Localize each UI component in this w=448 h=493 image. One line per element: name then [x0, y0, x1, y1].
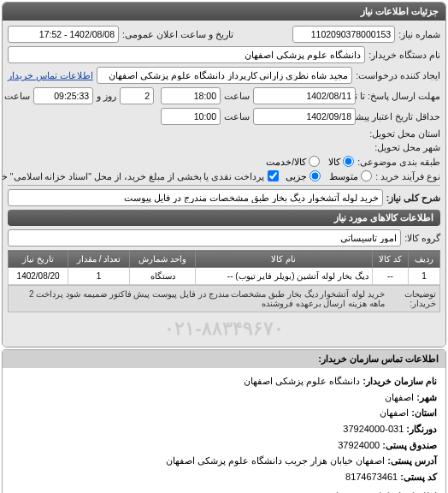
- radio-goods-input[interactable]: [343, 156, 354, 167]
- label-days-and: روز و: [97, 91, 116, 101]
- th-idx: ردیف: [409, 251, 440, 268]
- radio-minor-input[interactable]: [309, 170, 321, 181]
- city-label: استان:: [411, 407, 437, 418]
- cell-unit: دستگاه: [130, 268, 196, 285]
- label-announce-date: تاریخ و ساعت اعلان عمومی:: [122, 29, 233, 39]
- th-name: نام کالا: [196, 251, 373, 268]
- announce-date-input[interactable]: [8, 26, 119, 43]
- cell-name: دیگ بخار لوله آتشین (بویلر فایر تیوب) --: [196, 268, 373, 285]
- radio-goods-label: کالا: [328, 157, 340, 167]
- goods-info-title: اطلاعات کالاهای مورد نیاز: [8, 210, 440, 226]
- days-remain-input[interactable]: [120, 87, 154, 104]
- radio-minor[interactable]: جزیی: [286, 170, 321, 181]
- buyer-desc-row: توضیحات خریدار: خرید لوله آتشخوار دیگ بخ…: [8, 285, 440, 312]
- label-buyer-name: نام دستگاه خریدار:: [368, 50, 440, 60]
- time-remain-input[interactable]: [33, 87, 93, 104]
- label-purchase-type: نوع فرآیند خرید :: [375, 171, 440, 181]
- need-number-input[interactable]: [292, 26, 395, 43]
- address-value: اصفهان خیابان هزار جریب دانشگاه علوم پزش…: [166, 455, 385, 466]
- label-province: استان محل تحویل:: [369, 128, 440, 139]
- city-value: اصفهان: [380, 407, 409, 418]
- label-number: شماره نیاز:: [398, 29, 440, 39]
- label-time-2: ساعت: [224, 111, 250, 122]
- contact-header: اطلاعات تماس سازمان خریدار:: [3, 350, 445, 368]
- payment-note-checkbox[interactable]: [268, 170, 279, 181]
- category-radio-group: کالا کالا/خدمت: [266, 156, 354, 167]
- validity-time-input[interactable]: [161, 108, 221, 125]
- label-time-1: ساعت: [224, 91, 250, 101]
- org-value: دانشگاه علوم پزشکی اصفهان: [244, 376, 360, 386]
- deadline-time-input[interactable]: [161, 87, 221, 104]
- goods-table: ردیف کد کالا نام کالا واحد شمارش تعداد /…: [8, 250, 440, 285]
- radio-goods[interactable]: کالا: [328, 156, 354, 167]
- contact-panel: اطلاعات تماس سازمان خریدار: نام سازمان خ…: [2, 349, 446, 493]
- label-requester: ایجاد کننده درخواست:: [356, 70, 440, 80]
- deadline-date-input[interactable]: [253, 87, 356, 104]
- org-label: نام سازمان خریدار:: [363, 376, 437, 386]
- buyer-desc-value: خرید لوله آتشخوار دیگ بخار طبق مشخصات من…: [12, 289, 385, 308]
- cell-qty: 1: [68, 268, 130, 285]
- label-time-remaining: ساعت باقی مانده: [2, 91, 30, 101]
- radio-service[interactable]: کالا/خدمت: [266, 156, 320, 167]
- radio-medium-label: متوسط: [329, 171, 358, 181]
- general-desc-input[interactable]: [8, 189, 383, 206]
- watermark-phone: ۰۲۱-۸۸۳۴۹۶۷۰: [8, 312, 440, 342]
- zip-value: 8174673461: [345, 472, 398, 482]
- postbox-label: صندوق پستی:: [382, 440, 437, 450]
- radio-service-input[interactable]: [309, 156, 320, 167]
- cell-idx: 1: [409, 268, 440, 285]
- fax-label: دورنگار:: [406, 424, 437, 434]
- panel-title: جزئیات اطلاعات نیاز: [3, 3, 445, 21]
- postbox-value: 37924000: [338, 440, 380, 450]
- label-goods-group: گروه کالا:: [404, 233, 440, 243]
- buyer-contact-link[interactable]: اطلاعات تماس خریدار: [8, 70, 93, 80]
- ptype-radio-group: متوسط جزیی: [286, 170, 372, 181]
- need-details-panel: جزئیات اطلاعات نیاز شماره نیاز: تاریخ و …: [2, 2, 446, 347]
- requester-input[interactable]: [97, 67, 352, 84]
- label-category: طبقه بندی موضوعی:: [357, 157, 440, 167]
- radio-medium[interactable]: متوسط: [329, 170, 372, 181]
- radio-minor-label: جزیی: [286, 171, 307, 181]
- th-code: کد کالا: [372, 251, 409, 268]
- buyer-desc-label: توضیحات خریدار:: [385, 289, 436, 308]
- table-row[interactable]: 1 -- دیگ بخار لوله آتشین (بویلر فایر تیو…: [9, 268, 440, 285]
- radio-medium-input[interactable]: [361, 170, 372, 181]
- cell-date: 1402/08/20: [9, 268, 68, 285]
- label-city: شهر محل تحویل:: [374, 142, 440, 152]
- table-header-row: ردیف کد کالا نام کالا واحد شمارش تعداد /…: [9, 251, 440, 268]
- fax-value: 031-37924000: [343, 424, 404, 434]
- requester-header: اطلاعات ایجاد کننده درخواست:: [11, 489, 437, 493]
- zip-label: کد پستی:: [400, 472, 437, 482]
- cell-code: --: [372, 268, 409, 285]
- address-label: آدرس پستی:: [387, 455, 437, 466]
- label-validity: حداقل تاریخ اعتبار پیشنهاد: تا تاریخ:: [359, 111, 440, 122]
- radio-service-label: کالا/خدمت: [266, 157, 306, 167]
- th-date: تاریخ نیاز: [9, 251, 68, 268]
- label-general-desc: شرح کلی نیاز:: [386, 193, 440, 203]
- separator: [8, 185, 440, 186]
- province-value: اصفهان: [385, 392, 414, 402]
- th-unit: واحد شمارش: [130, 251, 196, 268]
- th-qty: تعداد / مقدار: [68, 251, 130, 268]
- form-body: شماره نیاز: تاریخ و ساعت اعلان عمومی: نا…: [3, 21, 445, 347]
- label-deadline: مهلت ارسال پاسخ: تا تاریخ:: [359, 91, 440, 101]
- contact-body: نام سازمان خریدار: دانشگاه علوم پزشکی اص…: [3, 368, 445, 493]
- province-label: شهر:: [416, 392, 437, 402]
- payment-note: پرداخت نقدی یا بخشی از مبلغ خرید، از محل…: [2, 171, 264, 181]
- buyer-name-input[interactable]: [8, 46, 365, 63]
- goods-group-input[interactable]: [8, 229, 401, 246]
- validity-date-input[interactable]: [253, 108, 356, 125]
